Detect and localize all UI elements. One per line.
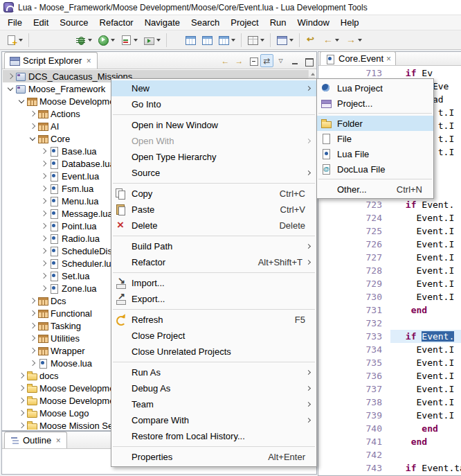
tab-core-event[interactable]: Core.Event	[320, 51, 396, 65]
code-line[interactable]: 723 if Event.	[318, 198, 461, 211]
scroll-up-icon[interactable]	[309, 70, 316, 78]
code-line[interactable]: 741 end	[318, 435, 461, 448]
code-line[interactable]: 733 if Event.	[318, 330, 461, 343]
code-line[interactable]: 738 Event.I	[318, 396, 461, 409]
code-line[interactable]: 737 Event.I	[318, 382, 461, 396]
window-button[interactable]	[274, 33, 296, 48]
menubar-item-help[interactable]: Help	[335, 16, 365, 29]
new-wizard-button[interactable]	[3, 33, 25, 48]
context-menu-item-paste[interactable]: PasteCtrl+V	[111, 202, 316, 218]
expand-arrow-icon[interactable]	[17, 395, 26, 406]
dropdown-caret-icon[interactable]	[156, 39, 161, 42]
expand-arrow-icon[interactable]	[39, 146, 48, 157]
code-line[interactable]: 743 if Event.ta	[318, 461, 461, 475]
context-menu-item-copy[interactable]: CopyCtrl+C	[111, 186, 316, 202]
menubar-item-search[interactable]: Search	[186, 16, 225, 29]
context-menu-item-open-type-hierarchy[interactable]: Open Type Hierarchy	[111, 149, 316, 165]
submenu-item-file[interactable]: File	[317, 131, 433, 146]
expand-arrow-icon[interactable]	[39, 245, 48, 256]
submenu-item-lua-project[interactable]: Lua Project	[317, 80, 433, 96]
expand-arrow-icon[interactable]	[39, 220, 48, 231]
table-b-button[interactable]	[199, 33, 215, 48]
last-edit-button[interactable]	[303, 33, 318, 48]
code-line[interactable]: 735 Event.I	[318, 356, 461, 369]
expand-arrow-icon[interactable]	[39, 258, 48, 269]
forward-icon[interactable]	[233, 54, 246, 67]
expand-arrow-icon[interactable]	[28, 121, 37, 132]
dropdown-caret-icon[interactable]	[260, 39, 264, 42]
context-menu-item-close-unrelated-projects[interactable]: Close Unrelated Projects	[111, 344, 316, 360]
menubar-item-edit[interactable]: Edit	[28, 16, 54, 29]
context-menu-item-run-as[interactable]: Run As	[111, 364, 316, 380]
expand-arrow-icon[interactable]	[28, 345, 37, 356]
context-menu-item-open-in-new-window[interactable]: Open in New Window	[111, 117, 316, 133]
link-with-editor-icon[interactable]	[260, 54, 273, 67]
maximize-icon[interactable]	[302, 54, 315, 67]
close-icon[interactable]	[54, 436, 62, 446]
expand-arrow-icon[interactable]	[28, 308, 37, 319]
context-menu-item-properties[interactable]: PropertiesAlt+Enter	[111, 449, 316, 465]
table-a-button[interactable]	[183, 33, 198, 48]
code-line[interactable]: 725 Event.I	[318, 224, 461, 238]
dropdown-caret-icon[interactable]	[19, 39, 23, 42]
dropdown-caret-icon[interactable]	[289, 39, 293, 42]
table-c-button[interactable]	[216, 33, 237, 48]
expand-arrow-icon[interactable]	[39, 233, 48, 244]
expand-arrow-icon[interactable]	[17, 382, 26, 394]
code-line[interactable]: 726 Event.I	[318, 238, 461, 251]
collapse-all-icon[interactable]	[246, 54, 260, 67]
view-menu-icon[interactable]	[274, 54, 287, 67]
menubar-item-project[interactable]: Project	[225, 16, 264, 29]
expand-arrow-icon[interactable]	[39, 170, 48, 182]
expand-arrow-icon[interactable]	[39, 158, 48, 169]
context-menu-item-debug-as[interactable]: Debug As	[111, 380, 316, 396]
context-menu-item-import[interactable]: Import...	[111, 275, 316, 291]
dropdown-caret-icon[interactable]	[88, 39, 92, 42]
grid-button[interactable]	[245, 33, 266, 48]
context-menu-item-source[interactable]: Source	[111, 165, 316, 181]
collapse-arrow-icon[interactable]	[17, 96, 26, 107]
context-menu-item-export[interactable]: Export...	[111, 291, 316, 307]
context-menu-item-new[interactable]: New	[111, 80, 316, 96]
submenu-item-other[interactable]: Other...Ctrl+N	[317, 182, 433, 197]
menubar-item-source[interactable]: Source	[54, 16, 93, 29]
context-menu-item-open-with[interactable]: Open With	[111, 133, 316, 149]
expand-arrow-icon[interactable]	[39, 195, 48, 206]
code-line[interactable]: 728 Event.I	[318, 264, 461, 277]
context-menu-item-refresh[interactable]: RefreshF5	[111, 312, 316, 328]
menubar-item-navigate[interactable]: Navigate	[139, 16, 186, 29]
minimize-icon[interactable]	[288, 54, 301, 67]
back-icon[interactable]	[219, 54, 232, 67]
code-line[interactable]: 727 Event.I	[318, 251, 461, 264]
expand-arrow-icon[interactable]	[17, 370, 26, 381]
code-line[interactable]: 730 Event.I	[318, 290, 461, 303]
expand-arrow-icon[interactable]	[39, 270, 48, 281]
expand-arrow-icon[interactable]	[17, 407, 26, 418]
dropdown-caret-icon[interactable]	[134, 39, 138, 42]
code-line[interactable]: 736 Event.I	[318, 369, 461, 382]
context-menu-item-close-project[interactable]: Close Project	[111, 328, 316, 344]
code-line[interactable]: 731 end	[318, 303, 461, 317]
context-menu-item-build-path[interactable]: Build Path	[111, 238, 316, 254]
submenu-item-project[interactable]: Project...	[317, 96, 433, 111]
context-menu-item-compare-with[interactable]: Compare With	[111, 412, 316, 428]
dropdown-caret-icon[interactable]	[111, 39, 115, 42]
context-menu-item-refactor[interactable]: RefactorAlt+Shift+T	[111, 254, 316, 270]
code-line[interactable]: 740 end	[318, 422, 461, 435]
expand-arrow-icon[interactable]	[39, 208, 48, 219]
code-line[interactable]: 729 Event.I	[318, 277, 461, 290]
expand-arrow-icon[interactable]	[39, 283, 48, 294]
code-line[interactable]: 734 Event.I	[318, 343, 461, 356]
debug-button[interactable]	[73, 33, 94, 48]
forward-button[interactable]	[343, 33, 364, 48]
collapse-arrow-icon[interactable]	[6, 83, 15, 94]
menubar-item-run[interactable]: Run	[264, 16, 292, 29]
code-line[interactable]: 724 Event.I	[318, 211, 461, 224]
tab-outline[interactable]: Outline	[4, 432, 67, 448]
tab-script-explorer[interactable]: Script Explorer	[4, 52, 98, 69]
expand-arrow-icon[interactable]	[17, 420, 26, 430]
code-line[interactable]: 742	[318, 448, 461, 461]
coverage-button[interactable]	[118, 33, 140, 48]
submenu-item-lua-file[interactable]: Lua File	[317, 146, 433, 161]
context-menu-item-delete[interactable]: DeleteDelete	[111, 218, 316, 233]
